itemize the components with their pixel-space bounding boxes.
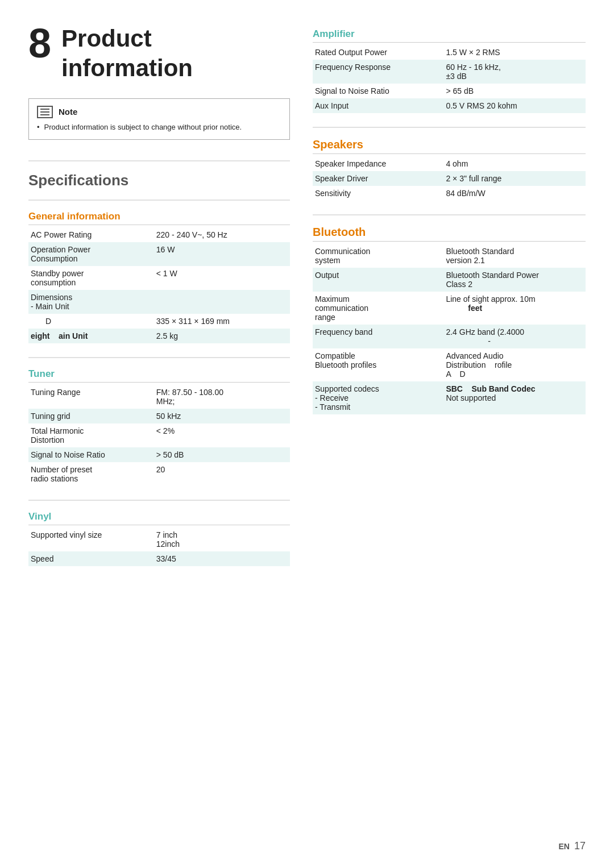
spec-value: 84 dB/m/W xyxy=(443,186,586,201)
chapter-title: 8 Product information xyxy=(28,23,290,82)
table-row: eight ain Unit 2.5 kg xyxy=(28,329,290,343)
spec-label: Communicationsystem xyxy=(313,244,443,268)
table-row: AC Power Rating 220 - 240 V~, 50 Hz xyxy=(28,227,290,242)
spec-value: FM: 87.50 - 108.00MHz; xyxy=(154,385,290,409)
table-row: Output Bluetooth Standard PowerClass 2 xyxy=(313,268,586,292)
spec-label: Tuning grid xyxy=(28,409,154,423)
amplifier-title: Amplifier xyxy=(313,28,586,43)
spec-label: Speed xyxy=(28,551,154,566)
spec-value: 20 xyxy=(154,462,290,486)
table-row: Speaker Driver 2 × 3" full range xyxy=(313,171,586,186)
spec-value: 60 Hz - 16 kHz,±3 dB xyxy=(443,60,586,84)
divider-speakers xyxy=(313,127,586,128)
spec-value: 220 - 240 V~, 50 Hz xyxy=(154,227,290,242)
table-row: Tuning grid 50 kHz xyxy=(28,409,290,423)
divider-tuner xyxy=(28,357,290,358)
table-row: Communicationsystem Bluetooth Standardve… xyxy=(313,244,586,268)
table-row: Sensitivity 84 dB/m/W xyxy=(313,186,586,201)
note-header: Note xyxy=(37,106,281,118)
amplifier-section: Amplifier Rated Output Power 1.5 W × 2 R… xyxy=(313,28,586,113)
tuner-title: Tuner xyxy=(28,368,290,383)
left-column: 8 Product information Note • Product inf… xyxy=(28,23,290,845)
spec-value: SBC Sub Band CodecNot supported xyxy=(443,381,586,414)
table-row: Tuning Range FM: 87.50 - 108.00MHz; xyxy=(28,385,290,409)
spec-value: 2 × 3" full range xyxy=(443,171,586,186)
general-section: General information AC Power Rating 220 … xyxy=(28,211,290,343)
spec-value: Bluetooth Standard PowerClass 2 xyxy=(443,268,586,292)
table-row: Total HarmonicDistortion < 2% xyxy=(28,423,290,447)
table-row: Rated Output Power 1.5 W × 2 RMS xyxy=(313,45,586,60)
spec-value: < 1 W xyxy=(154,266,290,290)
speakers-section: Speakers Speaker Impedance 4 ohm Speaker… xyxy=(313,138,586,201)
divider-after-note xyxy=(28,160,290,161)
table-row: Maximumcommunicationrange Line of sight … xyxy=(313,292,586,325)
table-row: Operation PowerConsumption 16 W xyxy=(28,242,290,266)
table-row: Speaker Impedance 4 ohm xyxy=(313,156,586,171)
spec-value: < 2% xyxy=(154,423,290,447)
speakers-table: Speaker Impedance 4 ohm Speaker Driver 2… xyxy=(313,156,586,201)
page: 8 Product information Note • Product inf… xyxy=(0,0,614,868)
table-row: Speed 33/45 xyxy=(28,551,290,566)
spec-value: 4 ohm xyxy=(443,156,586,171)
spec-label: Standby powerconsumption xyxy=(28,266,154,290)
note-icon xyxy=(37,106,53,118)
table-row: CompatibleBluetooth profiles Advanced Au… xyxy=(313,348,586,381)
spec-label: Rated Output Power xyxy=(313,45,443,60)
speakers-title: Speakers xyxy=(313,138,586,154)
note-box: Note • Product information is subject to… xyxy=(28,98,290,140)
footer-lang: EN xyxy=(559,842,570,851)
divider-vinyl xyxy=(28,500,290,501)
table-row: D 335 × 311 × 169 mm xyxy=(28,314,290,329)
spec-label: Aux Input xyxy=(313,98,443,113)
chapter-text-line1: Product xyxy=(61,25,193,52)
table-row: Frequency band 2.4 GHz band (2.4000 - xyxy=(313,325,586,348)
spec-value xyxy=(154,290,290,314)
note-text: Product information is subject to change… xyxy=(44,123,242,131)
spec-value: Line of sight approx. 10m feet xyxy=(443,292,586,325)
table-row: Standby powerconsumption < 1 W xyxy=(28,266,290,290)
table-row: Signal to Noise Ratio > 65 dB xyxy=(313,84,586,98)
vinyl-title: Vinyl xyxy=(28,511,290,525)
spec-label: Total HarmonicDistortion xyxy=(28,423,154,447)
table-row: Number of presetradio stations 20 xyxy=(28,462,290,486)
spec-value: > 50 dB xyxy=(154,447,290,462)
spec-label: Supported vinyl size xyxy=(28,528,154,551)
bluetooth-section: Bluetooth Communicationsystem Bluetooth … xyxy=(313,226,586,414)
bluetooth-title: Bluetooth xyxy=(313,226,586,242)
spec-label: Speaker Impedance xyxy=(313,156,443,171)
table-row: Dimensions- Main Unit xyxy=(28,290,290,314)
table-row: Frequency Response 60 Hz - 16 kHz,±3 dB xyxy=(313,60,586,84)
divider-bluetooth xyxy=(313,214,586,215)
divider-after-spec-title xyxy=(28,200,290,201)
spec-value: 7 inch12inch xyxy=(154,528,290,551)
spec-value: 50 kHz xyxy=(154,409,290,423)
spec-label: Speaker Driver xyxy=(313,171,443,186)
amplifier-table: Rated Output Power 1.5 W × 2 RMS Frequen… xyxy=(313,45,586,113)
specifications-title: Specifications xyxy=(28,172,290,189)
bluetooth-table: Communicationsystem Bluetooth Standardve… xyxy=(313,244,586,414)
footer-page: 17 xyxy=(574,840,586,852)
spec-value: Advanced AudioDistribution rofileA D xyxy=(443,348,586,381)
chapter-number: 8 xyxy=(28,23,51,64)
spec-label: AC Power Rating xyxy=(28,227,154,242)
spec-value: Bluetooth Standardversion 2.1 xyxy=(443,244,586,268)
spec-label: Tuning Range xyxy=(28,385,154,409)
spec-label: Signal to Noise Ratio xyxy=(313,84,443,98)
chapter-text-line2: information xyxy=(61,55,193,82)
general-table: AC Power Rating 220 - 240 V~, 50 Hz Oper… xyxy=(28,227,290,343)
tuner-section: Tuner Tuning Range FM: 87.50 - 108.00MHz… xyxy=(28,368,290,486)
vinyl-section: Vinyl Supported vinyl size 7 inch12inch … xyxy=(28,511,290,566)
spec-value: 2.5 kg xyxy=(154,329,290,343)
spec-label: Dimensions- Main Unit xyxy=(28,290,154,314)
spec-label: Number of presetradio stations xyxy=(28,462,154,486)
spec-label: Supported codecs- Receive- Transmit xyxy=(313,381,443,414)
vinyl-table: Supported vinyl size 7 inch12inch Speed … xyxy=(28,528,290,566)
right-column: Amplifier Rated Output Power 1.5 W × 2 R… xyxy=(313,23,586,845)
table-row: Supported vinyl size 7 inch12inch xyxy=(28,528,290,551)
table-row: Aux Input 0.5 V RMS 20 kohm xyxy=(313,98,586,113)
spec-label: Frequency Response xyxy=(313,60,443,84)
spec-label: D xyxy=(28,314,154,329)
spec-label: Output xyxy=(313,268,443,292)
table-row: Signal to Noise Ratio > 50 dB xyxy=(28,447,290,462)
spec-label: Frequency band xyxy=(313,325,443,348)
